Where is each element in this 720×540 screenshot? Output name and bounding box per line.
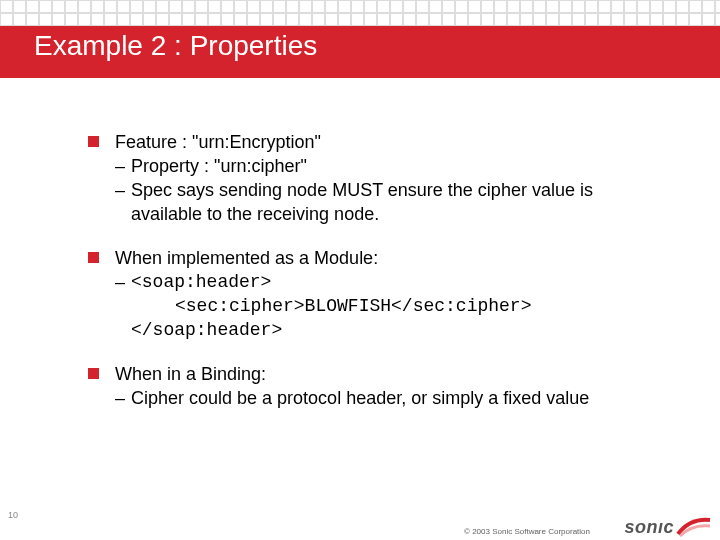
- decorative-grid-top: [0, 0, 720, 26]
- dash-icon: –: [115, 386, 131, 410]
- dash-icon: –: [115, 154, 131, 178]
- bullet-1: Feature : "urn:Encryption" – Property : …: [88, 130, 668, 226]
- slide-title: Example 2 : Properties: [34, 30, 317, 62]
- bullet-3-head: When in a Binding:: [115, 362, 266, 386]
- title-bar: Example 2 : Properties: [0, 26, 720, 78]
- bullet-2-head: When implemented as a Module:: [115, 246, 378, 270]
- bullet-2: When implemented as a Module: – <soap:he…: [88, 246, 668, 342]
- bullet-1-head: Feature : "urn:Encryption": [115, 130, 321, 154]
- bullet-square-icon: [88, 368, 99, 379]
- code-line-1: <soap:header>: [131, 270, 531, 294]
- sonic-logo: sonıc: [624, 516, 712, 538]
- page-number: 10: [8, 510, 18, 520]
- bullet-1-sub2: Spec says sending node MUST ensure the c…: [131, 178, 668, 226]
- code-line-3: </soap:header>: [131, 318, 531, 342]
- bullet-1-sub1: Property : "urn:cipher": [131, 154, 307, 178]
- logo-swoosh-icon: [676, 516, 712, 538]
- dash-icon: –: [115, 270, 131, 294]
- bullet-square-icon: [88, 136, 99, 147]
- bullet-3: When in a Binding: – Cipher could be a p…: [88, 362, 668, 410]
- dash-icon: –: [115, 178, 131, 202]
- copyright: © 2003 Sonic Software Corporation: [464, 527, 590, 536]
- logo-text: sonıc: [624, 517, 674, 538]
- code-line-2: <sec:cipher>BLOWFISH</sec:cipher>: [131, 294, 531, 318]
- bullet-square-icon: [88, 252, 99, 263]
- bullet-3-sub1: Cipher could be a protocol header, or si…: [131, 386, 589, 410]
- slide-body: Feature : "urn:Encryption" – Property : …: [88, 130, 668, 430]
